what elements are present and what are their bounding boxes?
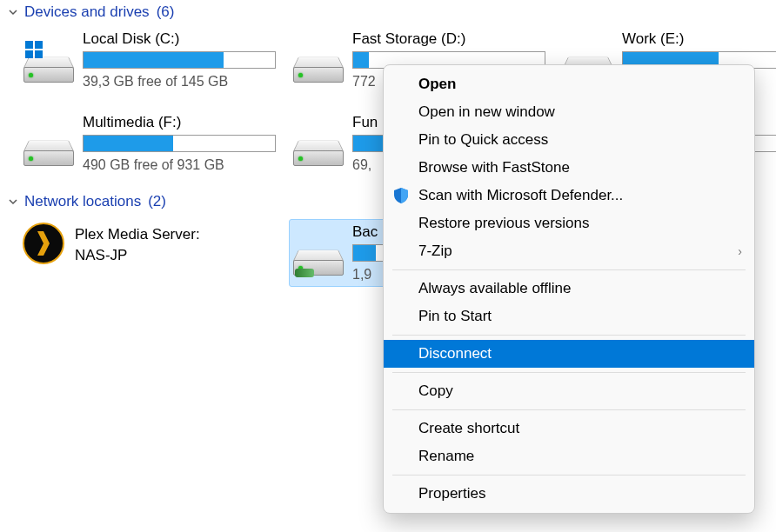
menu-item[interactable]: Open xyxy=(384,70,754,98)
section-header-devices[interactable]: Devices and drives (6) xyxy=(0,0,776,26)
menu-item-label: Scan with Microsoft Defender... xyxy=(418,187,623,204)
menu-item[interactable]: Restore previous versions xyxy=(384,209,754,237)
menu-item-label: Restore previous versions xyxy=(418,215,590,232)
menu-item[interactable]: 7-Zip› xyxy=(384,237,754,265)
menu-item[interactable]: Open in new window xyxy=(384,98,754,126)
drive-name: Fast Storage (D:) xyxy=(352,30,545,48)
drive-name: Work (E:) xyxy=(622,30,776,48)
capacity-bar xyxy=(83,135,276,152)
capacity-text: 490 GB free of 931 GB xyxy=(83,157,276,173)
menu-item[interactable]: Pin to Start xyxy=(384,303,754,330)
hdd-icon xyxy=(293,130,344,166)
capacity-fill xyxy=(84,52,224,68)
menu-item[interactable]: Copy xyxy=(384,377,754,405)
hdd-icon xyxy=(23,46,74,83)
shield-icon xyxy=(392,187,410,204)
network-location-line2: NAS-JP xyxy=(75,245,200,266)
menu-item-label: Always available offline xyxy=(418,280,571,297)
menu-item-label: 7-Zip xyxy=(418,243,452,260)
menu-item[interactable]: Rename xyxy=(384,442,754,470)
menu-item[interactable]: Properties xyxy=(384,480,754,508)
drive-name: Multimedia (F:) xyxy=(83,114,276,131)
menu-item-label: Pin to Start xyxy=(418,308,492,325)
menu-item[interactable]: Pin to Quick access xyxy=(384,126,754,154)
network-cable-icon xyxy=(295,269,314,277)
menu-separator xyxy=(392,475,746,475)
svg-rect-2 xyxy=(25,50,33,58)
capacity-fill xyxy=(353,52,369,68)
svg-rect-0 xyxy=(25,41,33,49)
section-title: Devices and drives xyxy=(24,3,150,21)
menu-separator xyxy=(392,372,746,373)
windows-badge-icon xyxy=(25,41,43,58)
capacity-bar xyxy=(83,51,276,69)
network-location-line1: Plex Media Server: xyxy=(75,224,200,245)
chevron-right-icon: › xyxy=(738,244,742,258)
menu-item-label: Rename xyxy=(418,448,474,465)
capacity-text: 39,3 GB free of 145 GB xyxy=(83,74,276,90)
drive-item[interactable]: Local Disk (C:)39,3 GB free of 145 GB xyxy=(19,26,280,94)
section-title: Network locations xyxy=(24,193,141,210)
menu-item[interactable]: Create shortcut xyxy=(384,415,754,442)
menu-separator xyxy=(392,335,746,336)
menu-item-label: Open xyxy=(418,76,456,93)
network-location[interactable]: Plex Media Server:NAS-JP xyxy=(19,219,280,287)
menu-separator xyxy=(392,409,746,410)
menu-item-label: Browse with FastStone xyxy=(418,159,570,176)
section-count: (2) xyxy=(148,193,166,210)
menu-item[interactable]: Browse with FastStone xyxy=(384,154,754,182)
menu-item-label: Copy xyxy=(418,382,453,400)
hdd-icon xyxy=(23,130,74,166)
context-menu: OpenOpen in new windowPin to Quick acces… xyxy=(383,64,755,514)
plex-icon xyxy=(23,223,64,264)
menu-item[interactable]: Scan with Microsoft Defender... xyxy=(384,182,754,209)
menu-item-label: Create shortcut xyxy=(418,420,519,437)
menu-item-label: Disconnect xyxy=(418,345,492,362)
svg-rect-3 xyxy=(35,50,43,58)
chevron-down-icon xyxy=(7,6,19,18)
drive-info: Local Disk (C:)39,3 GB free of 145 GB xyxy=(83,30,276,90)
hdd-icon xyxy=(293,46,344,83)
menu-item[interactable]: Always available offline xyxy=(384,275,754,303)
menu-item-label: Pin to Quick access xyxy=(418,131,548,149)
section-count: (6) xyxy=(157,3,175,21)
capacity-fill xyxy=(84,136,173,151)
network-location-labels: Plex Media Server:NAS-JP xyxy=(75,223,200,266)
menu-item[interactable]: Disconnect xyxy=(384,340,754,368)
drive-name: Local Disk (C:) xyxy=(83,30,276,48)
drive-info: Multimedia (F:)490 GB free of 931 GB xyxy=(83,114,276,173)
network-hdd-icon xyxy=(293,239,344,276)
drive-item[interactable]: Multimedia (F:)490 GB free of 931 GB xyxy=(19,110,280,177)
menu-item-label: Properties xyxy=(418,485,485,502)
menu-separator xyxy=(392,269,746,270)
capacity-fill xyxy=(353,245,376,261)
menu-item-label: Open in new window xyxy=(418,103,555,121)
svg-rect-1 xyxy=(35,41,43,49)
chevron-down-icon xyxy=(7,196,19,208)
